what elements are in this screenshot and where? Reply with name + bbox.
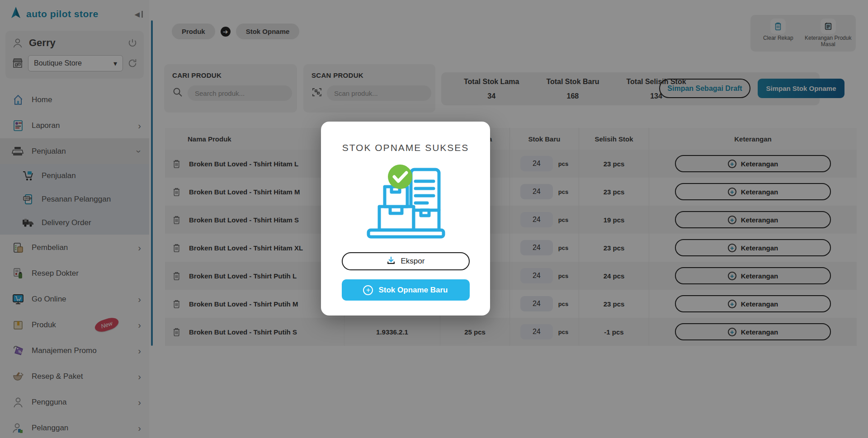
plus-circle-icon: + (363, 285, 373, 295)
download-icon (387, 256, 396, 267)
stock-boxes-success-illustration (364, 163, 448, 244)
modal-title: STOK OPNAME SUKSES (342, 142, 469, 153)
stok-opname-baru-button[interactable]: + Stok Opname Baru (342, 279, 470, 301)
stok-opname-sukses-modal: STOK OPNAME SUKSES Ekspor + Stok Opna (321, 122, 490, 316)
success-check-icon (388, 165, 412, 189)
ekspor-button[interactable]: Ekspor (342, 252, 470, 270)
